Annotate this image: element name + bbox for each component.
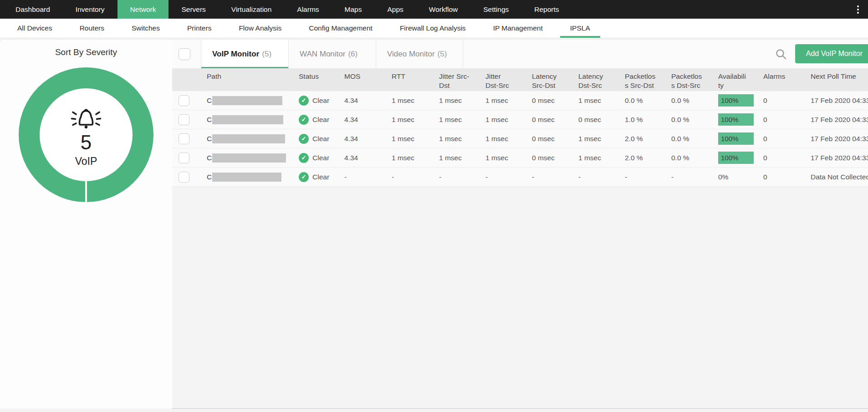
nav-item-maps[interactable]: Maps [332, 0, 375, 19]
row-checkbox[interactable] [179, 153, 189, 163]
add-voip-monitor-button[interactable]: Add VoIP Monitor [795, 44, 868, 63]
severity-sidebar: Sort By Severity 5 [0, 39, 172, 408]
nav-item-network[interactable]: Network [117, 0, 169, 19]
severity-donut-chart[interactable]: 5 VoIP [19, 67, 153, 202]
row-checkbox[interactable] [179, 114, 189, 125]
nav-item-inventory[interactable]: Inventory [63, 0, 117, 19]
path-text[interactable]: C [207, 135, 212, 143]
cell-jitter_dst_src: 1 msec [482, 116, 528, 124]
subnav-item-routers[interactable]: Routers [66, 19, 118, 38]
monitor-tabstrip: VoIP Monitor(5)WAN Monitor(6)Video Monit… [172, 39, 868, 68]
nav-item-alarms[interactable]: Alarms [284, 0, 332, 19]
nav-item-virtualization[interactable]: Virtualization [219, 0, 284, 19]
path-redaction-bar [212, 134, 285, 143]
row-checkbox-cell [172, 95, 203, 106]
severity-title: Sort By Severity [0, 40, 172, 57]
row-checkbox[interactable] [179, 133, 189, 144]
tab-count: (5) [438, 50, 447, 59]
cell-next_poll: 17 Feb 2020 04:33: [807, 135, 868, 143]
nav-item-reports[interactable]: Reports [521, 0, 572, 19]
path-text[interactable]: C [207, 97, 212, 105]
column-header-latency_dst_src[interactable]: LatencyDst-Src [575, 68, 621, 91]
nav-overflow-menu-icon[interactable] [848, 0, 868, 19]
row-checkbox-cell [172, 153, 203, 163]
cell-mos: 4.34 [341, 154, 388, 162]
column-header-alarms[interactable]: Alarms [760, 68, 807, 91]
cell-next_poll: 17 Feb 2020 04:33: [807, 154, 868, 162]
subnav-item-all-devices[interactable]: All Devices [4, 19, 66, 38]
status-clear-icon: ✓ [299, 115, 309, 125]
cell-mos: 4.34 [341, 116, 388, 124]
cell-alarms: 0 [760, 154, 807, 162]
column-header-latency_src_dst[interactable]: LatencySrc-Dst [528, 68, 575, 91]
column-header-rtt[interactable]: RTT [388, 68, 435, 91]
cell-status: ✓Clear [295, 134, 341, 144]
tab-wan-monitor[interactable]: WAN Monitor(6) [288, 40, 376, 68]
cell-path: C [203, 153, 295, 163]
subnav-item-firewall-log-analysis[interactable]: Firewall Log Analysis [386, 19, 480, 38]
table-header: PathStatusMOSRTTJitter Src-DstJitterDst-… [172, 68, 868, 91]
nav-item-apps[interactable]: Apps [374, 0, 416, 19]
cell-jitter_src_dst: 1 msec [435, 97, 482, 105]
row-checkbox[interactable] [179, 95, 189, 106]
monitor-panel: VoIP Monitor(5)WAN Monitor(6)Video Monit… [172, 39, 868, 412]
header-checkbox-spacer [172, 68, 203, 91]
path-redaction-bar [212, 96, 282, 105]
cell-latency_src_dst: - [528, 173, 575, 181]
nav-item-servers[interactable]: Servers [168, 0, 218, 19]
status-text: Clear [312, 97, 329, 105]
table-bottom-divider [172, 408, 868, 409]
status-clear-icon: ✓ [299, 96, 309, 106]
severity-category-label: VoIP [75, 155, 97, 168]
search-icon[interactable] [775, 48, 787, 60]
status-text: Clear [312, 116, 329, 124]
select-all-checkbox[interactable] [179, 48, 190, 60]
status-text: Clear [312, 135, 329, 143]
nav-item-settings[interactable]: Settings [470, 0, 521, 19]
path-text[interactable]: C [207, 173, 212, 181]
subnav-item-ipsla[interactable]: IPSLA [557, 19, 604, 38]
cell-pl_dst_src: 0.0 % [668, 135, 715, 143]
subnav-item-switches[interactable]: Switches [118, 19, 174, 38]
cell-latency_src_dst: 0 msec [528, 97, 575, 105]
column-header-pl_src_dst[interactable]: Packetloss Src-Dst [621, 68, 668, 91]
cell-next_poll: 17 Feb 2020 04:33: [807, 116, 868, 124]
column-header-jitter_dst_src[interactable]: JitterDst-Src [482, 68, 528, 91]
cell-jitter_dst_src: 1 msec [482, 97, 528, 105]
column-header-mos[interactable]: MOS [341, 68, 388, 91]
cell-pl_src_dst: 2.0 % [621, 154, 668, 162]
tab-count: (6) [348, 50, 357, 59]
path-text[interactable]: C [207, 116, 212, 124]
cell-rtt: 1 msec [388, 135, 435, 143]
cell-rtt: 1 msec [388, 97, 435, 105]
subnav-item-config-management[interactable]: Config Management [295, 19, 386, 38]
tab-video-monitor[interactable]: Video Monitor(5) [376, 40, 463, 68]
subnav-item-flow-analysis[interactable]: Flow Analysis [225, 19, 295, 38]
path-text[interactable]: C [207, 154, 212, 162]
path-redaction-bar [212, 173, 281, 182]
column-header-status[interactable]: Status [295, 68, 341, 91]
row-checkbox[interactable] [179, 172, 189, 183]
column-header-availability[interactable]: Availability [715, 68, 760, 91]
column-header-pl_dst_src[interactable]: Packetloss Dst-Src [668, 68, 715, 91]
cell-path: C [203, 96, 295, 105]
cell-path: C [203, 134, 295, 143]
content-area: Sort By Severity 5 [0, 38, 868, 412]
column-header-next_poll[interactable]: Next Poll Time [807, 68, 868, 91]
cell-pl_dst_src: 0.0 % [668, 97, 715, 105]
donut-center: 5 VoIP [40, 88, 133, 181]
column-header-path[interactable]: Path [203, 68, 295, 91]
column-header-jitter_src_dst[interactable]: Jitter Src-Dst [435, 68, 482, 91]
status-text: Clear [312, 173, 329, 181]
donut-segment-gap [85, 181, 87, 202]
table-row: C✓Clear4.341 msec1 msec1 msec0 msec1 mse… [172, 148, 868, 168]
nav-item-workflow[interactable]: Workflow [416, 0, 470, 19]
cell-rtt: 1 msec [388, 116, 435, 124]
subnav-item-printers[interactable]: Printers [174, 19, 225, 38]
status-clear-icon: ✓ [299, 134, 309, 144]
sub-nav: All DevicesRoutersSwitchesPrintersFlow A… [0, 19, 868, 38]
nav-item-dashboard[interactable]: Dashboard [3, 0, 63, 19]
subnav-item-ip-management[interactable]: IP Management [480, 19, 557, 38]
cell-availability: 100% [715, 94, 760, 107]
tab-voip-monitor[interactable]: VoIP Monitor(5) [201, 40, 288, 68]
